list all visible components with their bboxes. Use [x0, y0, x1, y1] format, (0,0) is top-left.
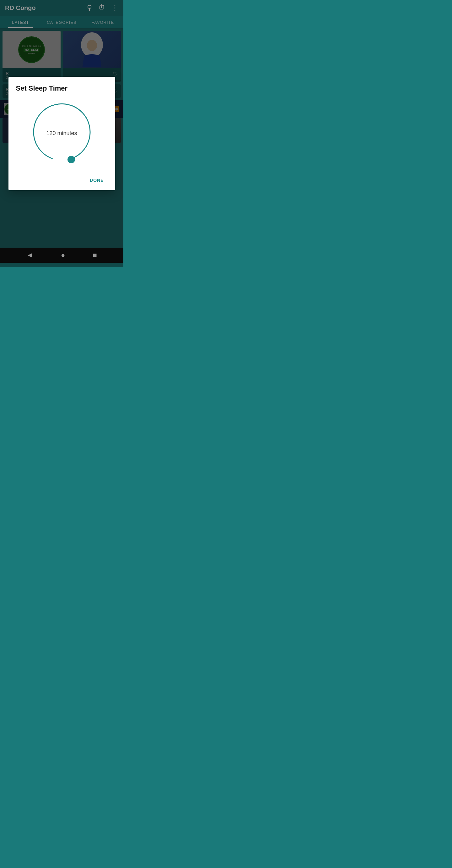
modal-title: Set Sleep Timer — [16, 84, 108, 92]
modal-overlay: Set Sleep Timer — [0, 0, 123, 267]
timer-value: 120 minutes — [46, 130, 77, 137]
sleep-timer-modal: Set Sleep Timer — [8, 77, 115, 190]
svg-point-2 — [67, 156, 75, 163]
timer-container: 120 minutes — [16, 99, 108, 168]
modal-actions: DONE — [16, 173, 108, 185]
done-button[interactable]: DONE — [86, 175, 107, 185]
timer-dial[interactable]: 120 minutes — [27, 99, 96, 168]
